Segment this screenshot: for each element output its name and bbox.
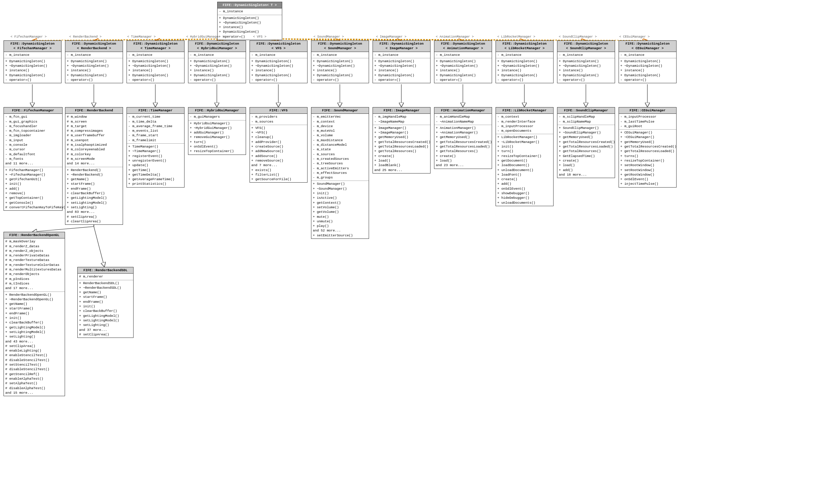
hybridguimanager-box: FIFE::HybridGuiManager - m_guiManagers +… <box>188 107 246 155</box>
singleton-imagemanager-box: FIFE::DynamicSingleton< ImageManager > -… <box>373 40 431 83</box>
singleton-vfs-box: FIFE::DynamicSingleton< VFS > - m_instan… <box>250 40 308 83</box>
timemanager-box: FIFE::TimeManager - m_current_time - m_t… <box>127 107 185 188</box>
svg-line-23 <box>32 227 94 232</box>
label-soundmanager: < SoundManager > <box>313 35 344 39</box>
label-hybridgui: < HybridGuiManager > <box>186 35 224 39</box>
soundclipmanager-box: FIFE::SoundClipManager - m_sclipHandleMa… <box>557 107 615 178</box>
label-ceguimanager: < CEGuiManager > <box>619 35 649 39</box>
label-animationmanager: < AnimationManager > <box>436 35 474 39</box>
singleton-librocketmanager-box: FIFE::DynamicSingleton< LibRocketManager… <box>496 40 554 83</box>
soundmanager-box: FIFE::SoundManager - m_emitterVec - m_co… <box>311 107 369 239</box>
singleton-animationmanager-box: FIFE::DynamicSingleton< AnimationManager… <box>434 40 492 83</box>
vfs-box: FIFE::VFS - m_providers - m_sources + VF… <box>250 107 308 183</box>
singleton-renderbackend-box: FIFE::DynamicSingleton< RenderBackend > … <box>65 40 123 83</box>
animationmanager-box: FIFE::AnimationManager - m_animHandleMap… <box>434 107 492 169</box>
singleton-fifechan-title: FIFE::DynamicSingleton< FifechanManager … <box>4 41 61 52</box>
singleton-fifechan-box: FIFE::DynamicSingleton< FifechanManager … <box>4 40 62 83</box>
label-vfs: < VFS > <box>253 35 266 39</box>
singleton-soundclipmanager-box: FIFE::DynamicSingleton< SoundClipManager… <box>557 40 615 83</box>
label-fifechan: < FifechanManager > <box>11 35 47 39</box>
renderbackendsdl-box: FIFE::RenderBackendSDL # m_renderer + Re… <box>77 267 134 338</box>
singleton-ceguimanager-box: FIFE::DynamicSingleton< CEGuiManager > -… <box>619 40 677 83</box>
dynamic-singleton-methods: + DynamicSingleton() + ~DynamicSingleton… <box>218 15 282 40</box>
renderbackendopengl-box: FIFE::RenderBackendOpenGL # m_maskOverla… <box>4 232 65 396</box>
dynamic-singleton-box: FIFE::DynamicSingleton< T > - m_instance… <box>217 2 282 40</box>
label-renderbackend: < RenderBackend > <box>69 35 102 39</box>
label-imagemanager: < ImageManager > <box>376 35 406 39</box>
librocketmanager-box: FIFE::LibRocketManager - m_context - m_r… <box>496 107 554 206</box>
imagemanager-box: FIFE::ImageManager - m_imgHandleMap - ~I… <box>373 107 431 174</box>
diagram-container: FIFE::DynamicSingleton< T > - m_instance… <box>0 0 821 504</box>
singleton-hybridgui-box: FIFE::DynamicSingleton< HybridGuiManager… <box>188 40 246 83</box>
dynamic-singleton-title: FIFE::DynamicSingleton< T > <box>218 2 282 8</box>
fifechanmanager-box: FIFE::FifechanManager - m_fcn_gui - m_gu… <box>4 107 63 211</box>
singleton-soundmanager-box: FIFE::DynamicSingleton< SoundManager > -… <box>311 40 369 83</box>
label-timemanager: < TimeManager > <box>127 35 156 39</box>
label-librocketmanager: < LibRocketManager > <box>497 35 535 39</box>
dynamic-singleton-fields: - m_instance <box>218 8 282 15</box>
label-soundclipmanager: < SoundClipManager > <box>559 35 597 39</box>
renderbackend-box: FIFE::RenderBackend # m_window # m_scree… <box>65 107 123 225</box>
svg-line-25 <box>94 227 104 267</box>
ceguimanager-box: FIFE::CEGuiManager - m_inputProcessor - … <box>619 107 677 188</box>
singleton-timemanager-box: FIFE::DynamicSingleton< TimeManager > - … <box>127 40 185 83</box>
